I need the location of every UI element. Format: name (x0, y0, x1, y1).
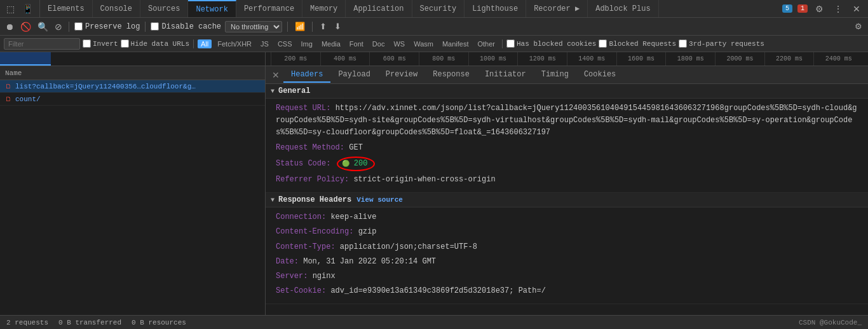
request-url-row: Request URL: https://adv.xinnet.com/json… (276, 102, 858, 139)
filter-other-btn[interactable]: Other (475, 39, 499, 48)
badge-red: 1 (797, 4, 808, 13)
filter-manifest-btn[interactable]: Manifest (439, 39, 472, 48)
tab-network[interactable]: Network (188, 0, 236, 17)
resp-connection-key: Connection: (276, 213, 326, 221)
blocked-requests-label: Blocked Requests (609, 40, 676, 48)
referrer-policy-row: Referrer Policy: strict-origin-when-cros… (276, 174, 858, 186)
inspect-icon[interactable]: ⬚ (4, 3, 17, 15)
filter-media-btn[interactable]: Media (318, 39, 344, 48)
details-tab-headers[interactable]: Headers (283, 67, 330, 83)
more-icon[interactable]: ⋮ (831, 3, 845, 15)
tab-security[interactable]: Security (412, 0, 465, 17)
view-source-link[interactable]: View source (356, 196, 403, 204)
filter-input[interactable] (4, 38, 80, 50)
details-tab-timing[interactable]: Timing (534, 67, 576, 83)
filter-css-btn[interactable]: CSS (275, 39, 295, 48)
resp-server-key: Server: (276, 272, 308, 281)
resp-connection-val: keep-alive (330, 213, 376, 221)
resp-header-encoding: Content-Encoding: gzip (276, 226, 858, 238)
general-arrow-icon: ▼ (271, 88, 275, 95)
filter-ws-btn[interactable]: WS (390, 39, 408, 48)
tick-1200: 1200 ms (517, 52, 567, 66)
blocked-requests-check[interactable]: Blocked Requests (599, 39, 676, 48)
search-icon[interactable]: 🔍 (36, 20, 50, 33)
wifi-icon[interactable]: 📶 (293, 21, 307, 32)
third-party-label: 3rd-party requests (689, 40, 764, 48)
disable-cache-check[interactable]: Disable cache (151, 22, 221, 31)
filter-doc-btn[interactable]: Doc (369, 39, 388, 48)
clear-icon[interactable]: 🚫 (19, 20, 32, 33)
filter-icon[interactable]: ⊘ (53, 20, 64, 33)
details-tab-response[interactable]: Response (425, 67, 477, 83)
resp-server-val: nginx (313, 272, 336, 281)
gear-icon[interactable]: ⚙ (853, 21, 864, 32)
hide-data-urls-label: Hide data URLs (131, 40, 189, 48)
request-method-val: GET (349, 143, 363, 152)
close-devtools-icon[interactable]: ✕ (850, 3, 863, 15)
sep3 (287, 22, 288, 32)
disable-cache-checkbox[interactable] (151, 22, 159, 31)
tab-lighthouse[interactable]: Lighthouse (465, 0, 526, 17)
resp-set-cookie-val: adv_id=e9390e13a61349c3869f2d5d32018e37;… (330, 286, 545, 295)
hide-data-urls-checkbox[interactable] (121, 39, 129, 48)
request-item-1[interactable]: 🗋 count/ (0, 93, 265, 106)
tab-recorder[interactable]: Recorder ▶ (526, 0, 588, 17)
preserve-log-checkbox[interactable] (74, 22, 83, 31)
main-content: Name 🗋 list?callback=jQuery112400356…clo… (0, 66, 868, 315)
tick-1000: 1000 ms (468, 52, 518, 66)
tick-2400: 2400 ms (813, 52, 863, 66)
timeline-bar: 200 ms 400 ms 600 ms 800 ms 1000 ms 1200… (0, 52, 868, 66)
tab-performance[interactable]: Performance (236, 0, 302, 17)
tab-elements[interactable]: Elements (40, 0, 93, 17)
sep1 (69, 22, 69, 32)
settings-icon[interactable]: ⚙ (813, 3, 826, 15)
response-headers-section-header[interactable]: ▼ Response Headers View source (266, 193, 868, 207)
timeline-right: 200 ms 400 ms 600 ms 800 ms 1000 ms 1200… (266, 52, 868, 66)
device-icon[interactable]: 📱 (20, 3, 36, 15)
details-tabs: ✕ Headers Payload Preview Response Initi… (266, 66, 868, 84)
download-icon[interactable]: ⬇ (332, 21, 343, 32)
filter-all-btn[interactable]: All (198, 39, 212, 48)
filter-font-btn[interactable]: Font (346, 39, 367, 48)
filter-img-btn[interactable]: Img (298, 39, 316, 48)
upload-icon[interactable]: ⬆ (318, 21, 329, 32)
status-code-row: Status Code: 🟢 200 (276, 157, 858, 171)
details-close-btn[interactable]: ✕ (268, 69, 283, 81)
details-tab-payload[interactable]: Payload (330, 67, 377, 83)
tab-bar-right: 5 1 ⚙ ⋮ ✕ (782, 3, 868, 15)
record-icon[interactable]: ⏺ (4, 20, 15, 33)
invert-check[interactable]: Invert (83, 39, 118, 48)
tick-1400: 1400 ms (567, 52, 616, 66)
third-party-check[interactable]: 3rd-party requests (679, 39, 764, 48)
invert-checkbox[interactable] (83, 39, 91, 48)
third-party-checkbox[interactable] (679, 39, 687, 48)
request-url-val: https://adv.xinnet.com/jsonp/list?callba… (276, 104, 857, 137)
tick-800: 800 ms (419, 52, 468, 66)
throttle-select[interactable]: No throttling (225, 21, 282, 32)
hide-data-urls-check[interactable]: Hide data URLs (121, 39, 189, 48)
general-section-header[interactable]: ▼ General (266, 84, 868, 99)
has-blocked-check[interactable]: Has blocked cookies (506, 39, 596, 48)
tab-bar: ⬚ 📱 Elements Console Sources Network Per… (0, 0, 868, 18)
resp-date-val: Mon, 31 Jan 2022 05:20:14 GMT (303, 257, 436, 266)
preserve-log-check[interactable]: Preserve log (74, 22, 140, 31)
tab-application[interactable]: Application (346, 0, 412, 17)
tab-adblock[interactable]: Adblock Plus (588, 0, 658, 17)
filter-wasm-btn[interactable]: Wasm (410, 39, 437, 48)
details-tab-preview[interactable]: Preview (378, 67, 425, 83)
tab-sources[interactable]: Sources (140, 0, 188, 17)
details-tab-initiator[interactable]: Initiator (477, 67, 534, 83)
blocked-requests-checkbox[interactable] (599, 39, 607, 48)
tick-1800: 1800 ms (665, 52, 715, 66)
filter-fetchxhr-btn[interactable]: Fetch/XHR (214, 39, 255, 48)
has-blocked-checkbox[interactable] (506, 39, 515, 48)
tab-memory[interactable]: Memory (302, 0, 346, 17)
filter-sep2 (502, 39, 503, 48)
details-tab-cookies[interactable]: Cookies (576, 67, 623, 83)
request-name-0: list?callback=jQuery112400356…cloudfloor… (15, 83, 196, 90)
request-item-0[interactable]: 🗋 list?callback=jQuery112400356…cloudflo… (0, 80, 265, 93)
filter-js-btn[interactable]: JS (257, 39, 272, 48)
col-header-name: Name (0, 66, 265, 80)
has-blocked-label: Has blocked cookies (517, 40, 596, 48)
tab-console[interactable]: Console (93, 0, 140, 17)
